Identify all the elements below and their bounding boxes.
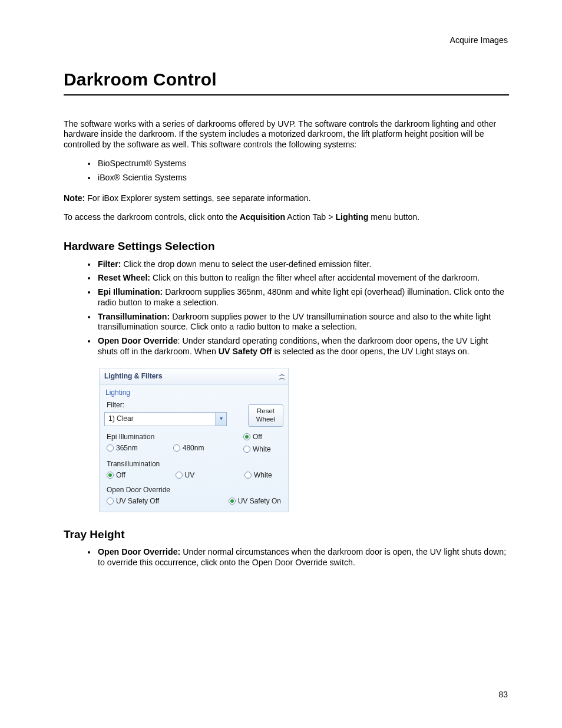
epi-illumination-label: Epi Illumination [107, 433, 243, 442]
tray-height-list: Open Door Override: Under normal circums… [64, 547, 509, 568]
radio-label: UV [185, 471, 195, 480]
radio-label: 365nm [116, 444, 138, 453]
list-item: Transillumination: Darkroom supplies pow… [97, 312, 509, 333]
lighting-filters-panel: Lighting & Filters ︿︿ Lighting Filter: 1… [99, 368, 289, 512]
item-text: Click the drop down menu to select the u… [121, 259, 371, 269]
list-item: Open Door Override: Under normal circums… [97, 547, 509, 568]
note-label: Note: [64, 193, 85, 203]
text: menu button. [368, 212, 419, 222]
reset-wheel-button[interactable]: Reset Wheel [248, 404, 283, 427]
uv-safety-off-radio[interactable]: UV Safety Off [107, 497, 159, 506]
note-text: For iBox Explorer system settings, see s… [85, 193, 310, 203]
radio-label: 480nm [183, 444, 204, 453]
intro-paragraph: The software works with a series of dark… [64, 119, 509, 150]
filter-selected-value: 1) Clear [105, 413, 215, 426]
panel-title: Lighting & Filters [104, 372, 163, 381]
bold-text: Lighting [335, 212, 368, 222]
trans-uv-radio[interactable]: UV [176, 471, 195, 480]
list-item: Epi Illumination: Darkroom supplies 365n… [97, 287, 509, 308]
epi-480nm-radio[interactable]: 480nm [173, 444, 204, 453]
item-label: Epi Illumination: [98, 287, 163, 297]
systems-list: BioSpectrum® Systems iBox® Scientia Syst… [64, 159, 509, 183]
epi-white-radio[interactable]: White [243, 445, 271, 454]
panel-header[interactable]: Lighting & Filters ︿︿ [100, 368, 288, 385]
chevron-down-icon[interactable]: ▾ [215, 413, 226, 426]
reset-wheel-label: Reset Wheel [256, 407, 276, 423]
tray-height-heading: Tray Height [64, 528, 509, 542]
epi-365nm-radio[interactable]: 365nm [107, 444, 138, 453]
list-item: Open Door Override: Under standard opera… [97, 336, 509, 357]
radio-label: Off [253, 433, 262, 442]
panel-body: Lighting Filter: 1) Clear ▾ Reset Wheel … [100, 385, 288, 512]
radio-label: Off [116, 471, 125, 480]
list-item: Filter: Click the drop down menu to sele… [97, 259, 509, 270]
page-title: Darkroom Control [64, 68, 509, 95]
item-label: Reset Wheel: [98, 273, 150, 282]
access-paragraph: To access the darkroom controls, click o… [64, 212, 509, 223]
list-item: iBox® Scientia Systems [97, 173, 509, 183]
item-label: Open Door Override [98, 336, 178, 345]
trans-off-radio[interactable]: Off [107, 471, 125, 480]
page-number: 83 [498, 690, 508, 700]
radio-label: White [253, 445, 271, 454]
filter-dropdown[interactable]: 1) Clear ▾ [104, 412, 227, 426]
hardware-settings-heading: Hardware Settings Selection [64, 239, 509, 253]
radio-label: UV Safety On [238, 497, 281, 506]
text: To access the darkroom controls, click o… [64, 212, 240, 222]
bold-text: UV Safety Off [219, 347, 272, 356]
item-text: is selected as the door opens, the UV Li… [272, 347, 469, 356]
collapse-icon[interactable]: ︿︿ [279, 373, 283, 380]
list-item: Reset Wheel: Click on this button to rea… [97, 273, 509, 284]
hardware-settings-list: Filter: Click the drop down menu to sele… [64, 259, 509, 357]
item-text: Click on this button to realign the filt… [150, 273, 480, 282]
bold-text: Acquisition [240, 212, 285, 222]
item-label: Filter: [98, 259, 121, 269]
radio-label: White [254, 471, 272, 480]
filter-label: Filter: [107, 401, 227, 410]
item-label: Transillumination: [98, 312, 170, 321]
epi-off-radio[interactable]: Off [243, 433, 262, 442]
uv-safety-on-radio[interactable]: UV Safety On [229, 497, 281, 506]
note-paragraph: Note: For iBox Explorer system settings,… [64, 193, 509, 204]
trans-white-radio[interactable]: White [244, 471, 281, 480]
running-header: Acquire Images [449, 35, 508, 46]
item-label: Open Door Override: [98, 547, 180, 556]
open-door-override-label: Open Door Override [107, 486, 283, 495]
radio-label: UV Safety Off [116, 497, 159, 506]
list-item: BioSpectrum® Systems [97, 159, 509, 169]
group-label: Lighting [105, 388, 283, 397]
transillumination-label: Transillumination [107, 460, 283, 469]
text: Action Tab > [285, 212, 335, 222]
